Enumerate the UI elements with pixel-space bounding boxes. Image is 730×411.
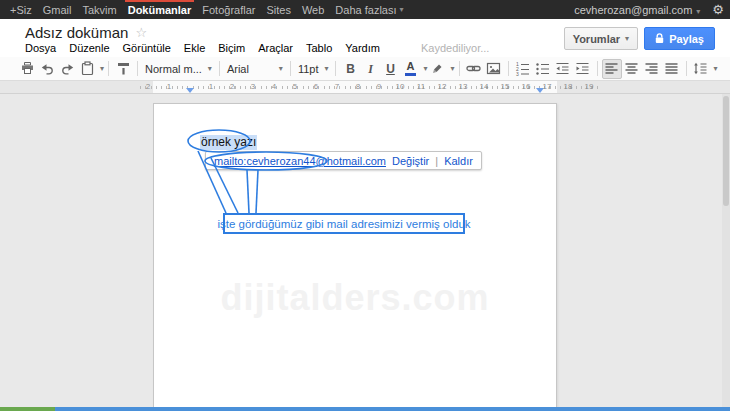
menu-biçim[interactable]: Biçim [218, 42, 245, 54]
align-left-icon[interactable] [602, 59, 622, 79]
topbar-item-dokümanlar[interactable]: Dokümanlar [128, 0, 192, 19]
ruler-number: 18 [564, 83, 573, 91]
chevron-down-icon: ▾ [279, 64, 283, 73]
share-button[interactable]: Paylaş [644, 27, 715, 50]
link-url[interactable]: mailto:cevherozan44@hotmail.com [214, 155, 386, 167]
google-services-nav: +SizGmailTakvimDokümanlarFotoğraflarSite… [10, 0, 415, 19]
ruler-number: 1 [167, 83, 171, 91]
menu-düzenle[interactable]: Düzenle [69, 42, 109, 54]
font-family-value: Arial [227, 63, 249, 75]
menu-ekle[interactable]: Ekle [184, 42, 205, 54]
ruler-number: 16 [522, 83, 531, 91]
numbered-list-icon[interactable]: 123 [513, 59, 533, 79]
ruler[interactable]: 2112345678910111213141516171819 [0, 81, 730, 94]
topbar-item-+siz[interactable]: +Siz [10, 0, 32, 19]
header-buttons: Yorumlar ▾ Paylaş [564, 27, 715, 50]
account-email: cevherozan@gmail.com [574, 4, 692, 16]
document-title[interactable]: Adsız doküman [25, 24, 128, 41]
left-indent-marker[interactable] [186, 88, 194, 93]
ruler-number: 6 [314, 83, 318, 91]
change-link-button[interactable]: Değiştir [392, 155, 429, 167]
increase-indent-icon[interactable] [573, 59, 593, 79]
watermark-text: dijitalders.com [153, 277, 557, 319]
font-size-value: 11pt [298, 63, 319, 75]
taskbar-green-segment [0, 407, 55, 411]
chevron-down-icon[interactable]: ▾ [423, 64, 427, 73]
topbar-item-daha-fazlası[interactable]: Daha fazlası▾ [335, 0, 403, 19]
topbar-item-gmail[interactable]: Gmail [43, 0, 72, 19]
align-center-icon[interactable] [622, 59, 642, 79]
ruler-number: 8 [356, 83, 360, 91]
print-icon[interactable] [17, 59, 37, 79]
menu-dosya[interactable]: Dosya [25, 42, 56, 54]
line-spacing-icon[interactable] [691, 59, 711, 79]
insert-image-icon[interactable] [484, 59, 504, 79]
undo-icon[interactable] [37, 59, 57, 79]
underline-glyph: U [386, 63, 395, 75]
topbar-item-takvim[interactable]: Takvim [82, 0, 116, 19]
paint-format-icon[interactable] [113, 59, 133, 79]
topbar-item-web[interactable]: Web [302, 0, 324, 19]
menu-araçlar[interactable]: Araçlar [258, 42, 293, 54]
font-family-select[interactable]: Arial▾ [224, 59, 286, 79]
document-header: Adsız doküman ☆ DosyaDüzenleGörüntüleEkl… [0, 19, 730, 57]
remove-link-button[interactable]: Kaldır [444, 155, 473, 167]
font-size-select[interactable]: 11pt▾ [295, 59, 332, 79]
align-right-icon[interactable] [642, 59, 662, 79]
highlight-color-icon[interactable] [428, 59, 448, 79]
document-canvas-area: dijitalders.com örnek yazı mailto:cevher… [0, 94, 730, 407]
save-status: Kaydediliyor... [421, 42, 489, 54]
taskbar-blue-segment [55, 407, 730, 411]
account-email-menu[interactable]: cevherozan@gmail.com▾ [574, 4, 700, 16]
menu-görüntüle[interactable]: Görüntüle [123, 42, 171, 54]
chevron-down-icon: ▾ [696, 7, 700, 16]
italic-icon[interactable]: I [360, 59, 380, 79]
underline-icon[interactable]: U [380, 59, 400, 79]
lock-icon [655, 33, 664, 44]
chevron-down-icon: ▾ [208, 64, 212, 73]
ruler-number: 10 [396, 83, 405, 91]
scrollbar-thumb[interactable] [723, 96, 729, 206]
svg-text:3: 3 [516, 71, 519, 76]
web-clipboard-icon[interactable] [77, 59, 97, 79]
comments-button[interactable]: Yorumlar ▾ [564, 27, 639, 50]
insert-link-icon[interactable] [464, 59, 484, 79]
menu-tablo[interactable]: Tablo [306, 42, 332, 54]
comments-button-label: Yorumlar [573, 33, 620, 45]
ruler-number: 14 [480, 83, 489, 91]
decrease-indent-icon[interactable] [553, 59, 573, 79]
chevron-down-icon[interactable]: ▾ [714, 64, 718, 73]
paragraph-style-select[interactable]: Normal m...▾ [142, 59, 215, 79]
bulleted-list-icon[interactable] [533, 59, 553, 79]
toolbar-separator [459, 61, 460, 76]
ruler-number: 5 [293, 83, 297, 91]
gear-icon[interactable]: ⚙ [712, 3, 724, 16]
selected-document-text: örnek yazı [200, 135, 257, 150]
topbar-item-fotoğraflar[interactable]: Fotoğraflar [202, 0, 255, 19]
toolbar-separator [335, 61, 336, 76]
text-color-glyph: A [407, 61, 415, 72]
topbar-item-sites[interactable]: Sites [266, 0, 290, 19]
toolbar-separator [137, 61, 138, 76]
ruler-number: 3 [251, 83, 255, 91]
justify-icon[interactable] [662, 59, 682, 79]
ruler-number: 12 [438, 83, 447, 91]
ruler-number: 1 [209, 83, 213, 91]
menu-yardım[interactable]: Yardım [345, 42, 380, 54]
link-bubble: mailto:cevherozan44@hotmail.com Değiştir… [205, 151, 482, 170]
chevron-down-icon[interactable]: ▾ [100, 64, 104, 73]
bold-glyph: B [346, 63, 355, 75]
text-color-icon[interactable]: A [400, 59, 420, 79]
ruler-number: 15 [501, 83, 510, 91]
vertical-scrollbar[interactable] [722, 94, 730, 407]
link-bubble-separator: | [435, 155, 438, 167]
toolbar-separator [597, 61, 598, 76]
ruler-number: 2 [230, 83, 234, 91]
chevron-down-icon[interactable]: ▾ [451, 64, 455, 73]
ruler-number: 13 [459, 83, 468, 91]
bold-icon[interactable]: B [340, 59, 360, 79]
taskbar-edge [0, 407, 730, 411]
star-icon[interactable]: ☆ [135, 25, 147, 40]
italic-glyph: I [368, 63, 373, 75]
redo-icon[interactable] [57, 59, 77, 79]
